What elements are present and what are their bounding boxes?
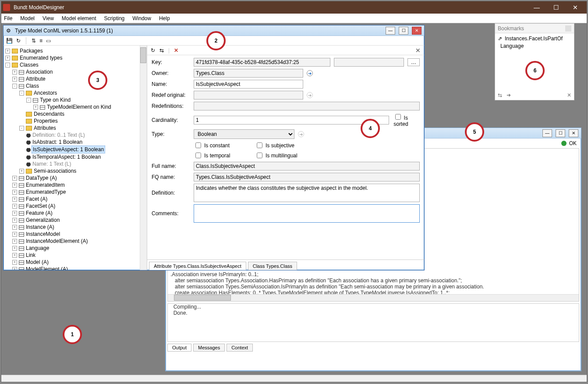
expand-icon[interactable]: + [19, 169, 24, 174]
tree-classes[interactable]: Classes [20, 61, 39, 68]
temp-checkbox[interactable] [195, 153, 201, 158]
tree-item[interactable]: InstanceModelElement (A) [26, 238, 88, 245]
type-nav-icon[interactable]: ➜ [298, 131, 304, 137]
tree-attributes[interactable]: Attributes [34, 124, 56, 132]
expand-icon[interactable]: + [12, 190, 17, 195]
key-more-button[interactable]: … [407, 58, 420, 66]
tree-view-icon[interactable]: ⇅ [32, 38, 36, 44]
outwin-maximize-button[interactable]: ☐ [556, 129, 565, 137]
tree-attr-isabstract[interactable]: IsAbstract: 1 Boolean [32, 139, 82, 146]
output-result[interactable]: Compiling... Done. [167, 303, 579, 342]
bookmarks-nav-icon[interactable]: ➜ [507, 92, 511, 98]
tree-semi[interactable]: Semi-associations [34, 167, 76, 174]
outwin-close-button[interactable]: ✕ [569, 129, 578, 137]
modelwin-close-button[interactable]: ✕ [412, 27, 422, 35]
close-button[interactable]: ✕ [566, 1, 585, 14]
menu-view[interactable]: View [43, 15, 54, 21]
tree-item[interactable]: DataType (A) [26, 174, 57, 181]
modelwin-minimize-button[interactable]: — [386, 27, 395, 35]
collapse-icon[interactable]: - [19, 126, 24, 131]
tree-attr-name[interactable]: Name: 1 Text (L) [32, 160, 71, 167]
tree-item[interactable]: Instance (A) [26, 224, 54, 231]
expand-icon[interactable]: + [5, 49, 10, 53]
menu-file[interactable]: File [4, 15, 12, 21]
list-view-icon[interactable]: ≡ [39, 38, 43, 44]
key-extra-field[interactable] [334, 58, 404, 67]
multi-check[interactable]: Is multilingual [255, 151, 325, 160]
tree-item[interactable]: ModelElement (A) [26, 266, 68, 270]
output-hscroll-thumb[interactable] [174, 295, 231, 301]
tab-attribute[interactable]: Attribute Types.Class.IsSubjectiveAspect [149, 262, 246, 270]
tree-item[interactable]: InstanceModel [26, 231, 60, 238]
tree-class-class[interactable]: Class [26, 82, 39, 89]
tree-item[interactable]: Feature (A) [26, 210, 53, 217]
expand-icon[interactable]: + [12, 197, 17, 202]
tree-properties[interactable]: Properties [34, 117, 58, 124]
fqname-field[interactable] [194, 173, 420, 181]
tab-messages[interactable]: Messages [193, 344, 225, 352]
const-checkbox[interactable] [195, 142, 201, 148]
menu-model[interactable]: Model [20, 15, 35, 21]
bookmarks-close-icon[interactable]: ✕ [567, 92, 571, 98]
tree-attr-istemporal[interactable]: IsTemporalAspect: 1 Boolean [32, 153, 101, 160]
multi-checkbox[interactable] [257, 153, 262, 158]
bookmark-item[interactable]: ⇗Instances.Facet.IsPartOf [498, 35, 571, 43]
tree-item[interactable]: Link [26, 252, 35, 259]
tree-item[interactable]: FacetSet (A) [26, 203, 55, 210]
owner-nav-icon[interactable]: ➜ [307, 70, 313, 76]
output-hscroll[interactable] [168, 294, 579, 301]
expand-icon[interactable]: + [12, 70, 17, 75]
tree-item[interactable]: Language [26, 245, 49, 252]
expand-icon[interactable]: + [12, 77, 17, 82]
tree-type-on-kind[interactable]: Type on Kind [40, 96, 71, 103]
expand-icon[interactable]: + [12, 225, 17, 230]
tab-context[interactable]: Context [227, 344, 253, 352]
name-field[interactable] [194, 80, 303, 89]
redefs-field[interactable] [194, 102, 420, 110]
tree-attr-issubjective[interactable]: IsSubjectiveAspect: 1 Boolean [32, 146, 105, 153]
expand-icon[interactable]: + [12, 246, 17, 251]
collapse-icon[interactable]: - [26, 98, 31, 103]
expand-icon[interactable]: + [12, 260, 17, 265]
tree-class-attribute[interactable]: Attribute [26, 75, 46, 82]
tab-output[interactable]: Output [167, 344, 191, 352]
tree-item[interactable]: Generalization [26, 217, 60, 224]
expand-icon[interactable]: + [12, 176, 17, 181]
collapse-icon[interactable]: - [19, 91, 24, 96]
bookmarks-sync-icon[interactable]: ⇆ [498, 92, 502, 98]
tree-descendants[interactable]: Descendants [34, 110, 64, 117]
menu-window[interactable]: Window [132, 15, 151, 21]
expand-icon[interactable]: + [12, 232, 17, 237]
expand-icon[interactable]: + [12, 211, 17, 216]
menu-help[interactable]: Help [159, 15, 170, 21]
tree-item[interactable]: Facet (A) [26, 196, 47, 203]
delete-icon[interactable]: ✕ [174, 47, 178, 53]
expand-icon[interactable]: + [12, 239, 17, 244]
collapse-icon[interactable]: - [12, 84, 17, 89]
menu-scripting[interactable]: Scripting [104, 15, 125, 21]
menu-model-element[interactable]: Model element [62, 15, 96, 21]
subj-checkbox[interactable] [257, 142, 262, 148]
bookmark-item[interactable]: Language [498, 43, 571, 50]
expand-icon[interactable]: + [12, 204, 17, 209]
panel-close-icon[interactable]: ✕ [415, 47, 421, 54]
const-check[interactable]: Is constant [194, 141, 255, 149]
tree-item[interactable]: EnumeratedType [26, 188, 66, 196]
owner-field[interactable] [194, 69, 303, 78]
bookmarks-menu-icon[interactable] [565, 25, 571, 32]
fullname-field[interactable] [194, 162, 420, 171]
expand-icon[interactable]: + [12, 253, 17, 258]
modelwin-maximize-button[interactable]: ☐ [399, 27, 408, 35]
expand-icon[interactable]: + [12, 183, 17, 188]
minimize-button[interactable]: — [527, 1, 546, 14]
expand-icon[interactable]: + [33, 105, 38, 110]
type-select[interactable]: Boolean [194, 129, 294, 139]
redef-field[interactable] [194, 91, 303, 100]
sorted-checkbox[interactable] [395, 114, 401, 120]
comments-field[interactable] [194, 204, 420, 223]
key-field[interactable] [194, 58, 330, 67]
model-tree[interactable]: +Packages +Enumerated types -Classes +As… [4, 46, 147, 270]
outwin-minimize-button[interactable]: — [542, 129, 552, 137]
redef-nav-icon[interactable]: ➜ [307, 92, 313, 98]
cardinality-field[interactable] [194, 116, 389, 124]
